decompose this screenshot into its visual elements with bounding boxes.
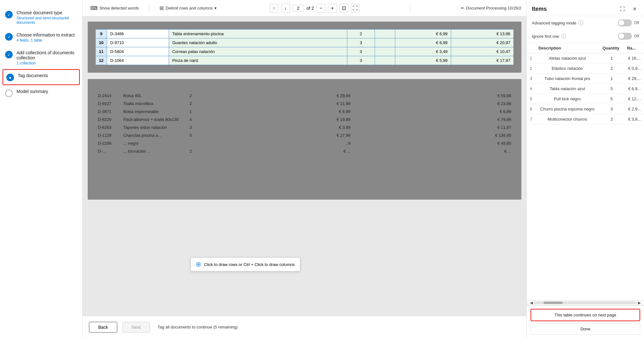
item-qty: 1 [600,53,624,63]
item-desc: Aletas natación azul [535,53,600,63]
next-button[interactable]: Next [122,322,150,333]
desc-cell: Tapones oídos natación [121,123,184,131]
tooltip-text: Click to draw rows or Ctrl + Click to dr… [204,262,295,267]
scroll-left-arrow[interactable]: ◀ [529,301,534,305]
item-desc: Tabla natación azul [535,84,600,94]
delimit-label: Delimit rows and columns [166,6,213,10]
desc-cell: Chanclas piscina a... [121,131,184,139]
page-down-button[interactable]: ↓ [281,4,290,13]
item-num: 3 [527,74,535,84]
delimit-button[interactable]: ⊞ Delimit rows and columns ▾ [157,4,219,12]
qty-cell: 5 [184,131,197,139]
advanced-tagging-info-icon[interactable]: i [578,20,583,25]
item-num: 2 [527,63,535,74]
show-words-button[interactable]: ⌨ Show detected words [88,4,141,12]
fullscreen-button[interactable]: ⛶ [351,4,360,13]
sidebar-item-choose-doc-type[interactable]: ✓ Choose document type Structured and se… [0,6,82,29]
code-cell: D-6263 [95,123,121,131]
total-cell: € 49,95 [353,139,514,147]
scrollbar-thumb[interactable] [544,302,563,304]
step-title-1: Choose document type [17,10,77,15]
fit-page-button[interactable]: ⊡ [339,4,348,13]
zoom-in-button[interactable]: + [328,4,337,13]
horizontal-scrollbar[interactable]: ◀ ▶ [527,300,644,305]
sidebar-item-choose-info[interactable]: ✓ Choose information to extract 4 fields… [0,29,82,46]
col-qty: Quantity [600,43,624,53]
list-item: 7 Multiconector churros 2 € 3,9... [527,114,644,124]
col-desc: Description [535,43,600,53]
total-cell: € ... [353,147,514,155]
unit-cell: € 29,99 [210,92,353,100]
list-item: 5 Pull kick negro 5 € 12,... [527,94,644,104]
pencil-icon: ✏ [461,6,464,10]
item-rate: € 3,9... [624,114,644,124]
advanced-tagging-toggle[interactable] [618,19,632,26]
item-num: 6 [527,104,535,114]
blank-cell [197,131,210,139]
draw-icon: ⊞ [196,261,201,268]
sidebar: ✓ Choose document type Structured and se… [0,0,83,338]
page-navigation: ↑ ↓ 2 of 2 − + ⊡ ⛶ [270,4,360,13]
unit-cell: € 19,99 [210,116,353,123]
scroll-right-arrow[interactable]: ▶ [637,301,642,305]
page2-table: D-2414 Bolsa 40L 2 € 29,99 € 59,98 D-602… [95,92,514,155]
sidebar-item-model-summary[interactable]: Model summary [0,85,82,101]
draw-tooltip: ⊞ Click to draw rows or Ctrl + Click to … [191,257,300,271]
code-cell: D-1129 [95,131,121,139]
desc-cell: Toalla microfibra [121,100,184,108]
blank-cell [197,108,210,116]
code-cell: D-3486 [107,30,169,38]
zoom-out-button[interactable]: − [316,4,325,13]
step-circle-2: ✓ [5,33,13,41]
done-button[interactable]: Done [531,323,640,335]
advanced-tagging-row: Advanced tagging mode i Off [527,16,644,30]
total-cell: € 11,97 [353,123,514,131]
page-total: of 2 [307,6,314,11]
desc-cell: ... negro [121,139,184,147]
table-row: D-6220 Pack albornoz + toalla 80x130 4 €… [95,116,514,123]
step-title-3: Add collections of documents collection [17,50,77,60]
expand-icon[interactable] [618,4,627,13]
ignore-first-row-info-icon[interactable]: i [561,34,566,39]
ignore-first-row-toggle[interactable] [618,33,632,40]
total-cell: € 13,98 [451,30,514,38]
page1-table-wrapper: 9 D-3486 Tabla entrenamiento piscina 2 €… [95,29,514,65]
item-rate: € 12,... [624,94,644,104]
back-button[interactable]: Back [89,322,117,333]
item-desc: Pull kick negro [535,94,600,104]
step-circle-4: ● [6,74,14,81]
step-sub-2: 4 fields, 1 table [17,38,75,43]
sidebar-item-add-collections[interactable]: ✓ Add collections of documents collectio… [0,46,82,69]
advanced-tagging-label: Advanced tagging mode [532,21,576,25]
item-rate: € 0,9... [624,63,644,74]
continues-next-page-button[interactable]: This table continues on next page [531,309,640,321]
page-up-button[interactable]: ↑ [270,4,279,13]
panel-header-icons: ✕ [618,4,639,13]
desc-cell: Pack albornoz + toalla 80x130 [121,116,184,123]
item-rate: € 16,... [624,53,644,63]
sidebar-item-tag-documents[interactable]: ● Tag documents [3,69,80,85]
items-table-wrapper[interactable]: Description Quantity Ra... 1 Aletas nata… [527,43,644,300]
blank-cell [197,123,210,131]
list-item: 2 Elástico natación 2 € 0,9... [527,63,644,74]
item-num: 4 [527,84,535,94]
item-rate: € 2,9... [624,104,644,114]
table-row: 11 D-5804 Correas palas natación 3 € 3,4… [96,47,514,56]
qty-cell: 3 [184,123,197,131]
step-circle-1: ✓ [5,11,13,18]
table-row: D-6027 Toalla microfibra 2 € 11,99 € 23,… [95,100,514,108]
blank-cell [197,147,210,155]
unit-cell: € 6,99 [395,30,451,38]
item-desc: Tubo natación frontal pro [535,74,600,84]
table-row: D-2414 Bolsa 40L 2 € 29,99 € 59,98 [95,92,514,100]
close-icon[interactable]: ✕ [630,4,639,13]
document-area[interactable]: 9 D-3486 Tabla entrenamiento piscina 2 €… [83,17,526,316]
scrollbar-track[interactable] [534,302,637,304]
items-table-header: Description Quantity Ra... [527,43,644,53]
step-sub-1: Structured and semi-structured documents [17,16,77,25]
table-row: 10 D-9710 Guantes natación adulto 3 € 6,… [96,38,514,47]
list-item: 6 Churro piscina espuma negro 3 € 2,9... [527,104,644,114]
col-num [527,43,535,53]
col-rate: Ra... [624,43,644,53]
desc-cell: Tabla entrenamiento piscina [169,30,347,38]
